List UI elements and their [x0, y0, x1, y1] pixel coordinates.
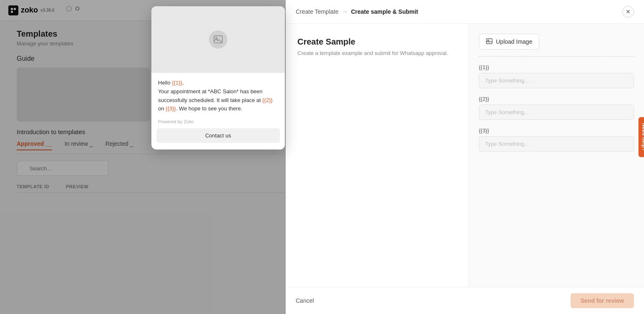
modal-header: Create Template → Create sample & Submit… [286, 0, 644, 24]
divider [479, 56, 634, 57]
modal-section-title: Create Sample [297, 37, 457, 47]
preview-card: Hello {{1}}, Your appointment at *ABC Sa… [151, 6, 285, 150]
preview-var-3: {{3}} [166, 105, 176, 112]
field-group-2: {{2}} [479, 96, 634, 120]
field-input-1[interactable] [479, 73, 634, 88]
field-group-3: {{3}} [479, 127, 634, 152]
send-review-button[interactable]: Send for review [571, 293, 634, 308]
breadcrumb-parent: Create Template [296, 8, 338, 15]
preview-body: Hello {{1}}, Your appointment at *ABC Sa… [151, 73, 285, 115]
field-label-1: {{1}} [479, 64, 634, 70]
modal-section-sub: Create a template example and submit for… [297, 49, 457, 57]
modal-right-panel: Upload Image {{1}} {{2}} {{3}} [469, 24, 644, 287]
upload-image-button[interactable]: Upload Image [479, 34, 539, 50]
breadcrumb-current: Create sample & Submit [351, 8, 418, 15]
modal-body: Create Sample Create a template example … [286, 24, 644, 287]
need-help-tab[interactable]: Need help? [639, 117, 644, 157]
preview-var-1: {{1}} [172, 80, 182, 86]
field-group-1: {{1}} [479, 64, 634, 88]
image-placeholder-icon [209, 30, 227, 49]
field-input-2[interactable] [479, 105, 634, 120]
modal-close-button[interactable]: ✕ [622, 6, 634, 17]
upload-image-icon [486, 38, 493, 45]
preview-image-area [151, 6, 285, 73]
cancel-button[interactable]: Cancel [296, 294, 314, 307]
preview-text: Hello {{1}}, Your appointment at *ABC Sa… [158, 79, 278, 113]
upload-image-label: Upload Image [496, 38, 532, 45]
modal-breadcrumb: Create Template → Create sample & Submit [296, 8, 418, 15]
breadcrumb-arrow-icon: → [342, 8, 347, 15]
modal-left-panel: Create Sample Create a template example … [286, 24, 469, 287]
close-icon: ✕ [626, 8, 631, 15]
svg-rect-5 [486, 39, 492, 44]
field-label-3: {{3}} [479, 127, 634, 134]
preview-var-2: {{2}} [262, 97, 273, 103]
field-input-3[interactable] [479, 136, 634, 152]
modal-footer: Cancel Send for review [286, 287, 644, 314]
field-label-2: {{2}} [479, 96, 634, 102]
main-modal: Create Template → Create sample & Submit… [286, 0, 644, 314]
preview-contact-button[interactable]: Contact us [156, 128, 280, 143]
preview-powered-by: Powered by Zoko [151, 119, 285, 124]
